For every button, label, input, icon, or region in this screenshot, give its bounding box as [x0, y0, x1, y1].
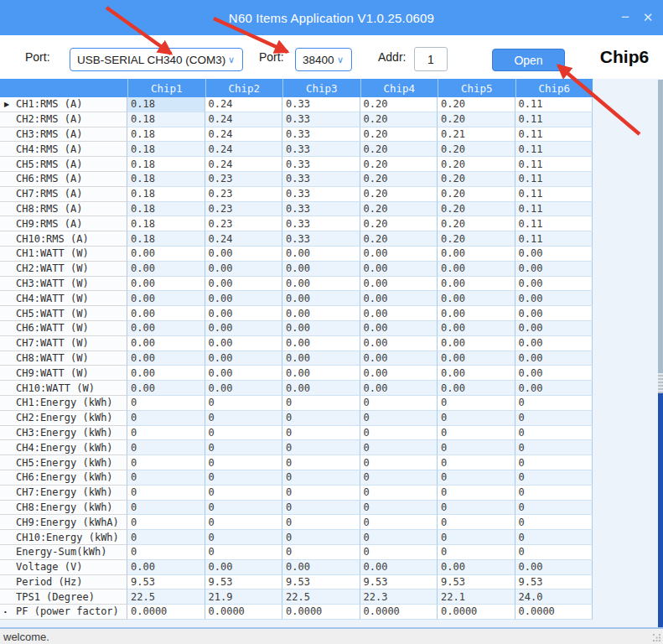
table-cell[interactable]: 0.00 — [515, 351, 593, 366]
table-cell[interactable]: 0.20 — [438, 142, 515, 157]
table-cell[interactable]: 0 — [515, 470, 593, 486]
table-cell[interactable]: 0.00 — [360, 306, 438, 321]
table-cell[interactable]: 0.11 — [515, 157, 593, 172]
table-cell[interactable]: 0.00 — [360, 291, 438, 306]
table-cell[interactable]: 0 — [515, 396, 593, 411]
table-cell[interactable]: 0 — [205, 470, 283, 486]
table-cell[interactable]: 0 — [205, 501, 283, 516]
table-cell[interactable]: 0 — [438, 501, 515, 516]
table-cell[interactable]: 0.0000 — [282, 605, 360, 620]
table-cell[interactable]: 0.00 — [282, 351, 360, 366]
table-cell[interactable]: 0.24 — [205, 157, 283, 172]
table-cell[interactable]: 0 — [360, 530, 438, 545]
table-cell[interactable]: 0 — [205, 545, 283, 560]
table-cell[interactable]: 0.20 — [360, 97, 438, 112]
scrollbar-thumb[interactable] — [658, 373, 663, 393]
table-cell[interactable]: 0.0000 — [205, 605, 283, 620]
table-cell[interactable]: 0.00 — [282, 560, 360, 575]
table-cell[interactable]: 0 — [282, 411, 360, 426]
table-cell[interactable]: 0.00 — [282, 247, 360, 262]
scrollbar-track[interactable] — [658, 80, 663, 373]
table-cell[interactable]: 0.18 — [127, 202, 205, 217]
table-cell[interactable]: 0 — [282, 515, 360, 530]
baud-rate-select[interactable]: 38400 ∨ — [295, 48, 352, 71]
table-cell[interactable]: 0.00 — [282, 277, 360, 292]
table-cell[interactable]: 0 — [127, 486, 205, 501]
serial-port-select[interactable]: USB-SERIAL CH340 (COM3) ∨ — [70, 48, 243, 71]
table-cell[interactable]: 0 — [360, 396, 438, 411]
table-cell[interactable]: 0.00 — [282, 321, 360, 336]
table-cell[interactable]: 0.00 — [205, 336, 283, 351]
table-cell[interactable]: 0 — [205, 426, 283, 441]
table-cell[interactable]: 0 — [360, 501, 438, 516]
table-cell[interactable]: 0.23 — [205, 172, 283, 187]
row-header[interactable]: CH7:RMS (A) — [0, 187, 127, 202]
row-header[interactable]: CH6:WATT (W) — [0, 321, 127, 336]
table-cell[interactable]: 9.53 — [282, 575, 360, 590]
row-header[interactable]: Energy-Sum(kWh) — [0, 545, 127, 560]
table-cell[interactable]: 0 — [127, 455, 205, 470]
table-cell[interactable]: 0.11 — [515, 97, 593, 112]
table-cell[interactable]: 21.9 — [205, 589, 283, 605]
table-cell[interactable]: 0 — [438, 486, 515, 501]
table-cell[interactable]: 0.00 — [438, 247, 515, 262]
table-cell[interactable]: 0.00 — [360, 366, 438, 381]
table-cell[interactable]: 0.00 — [205, 247, 283, 262]
table-cell[interactable]: 0.00 — [438, 560, 515, 575]
table-cell[interactable]: 0 — [205, 455, 283, 470]
table-cell[interactable]: 0.00 — [127, 247, 205, 262]
row-header[interactable]: CH5:Energy (kWh) — [0, 455, 127, 470]
table-cell[interactable]: 0.33 — [282, 216, 360, 231]
table-cell[interactable]: 0.20 — [360, 231, 438, 247]
row-header[interactable]: CH2:Energy (kWh) — [0, 411, 127, 426]
table-cell[interactable]: 0.00 — [515, 560, 593, 575]
table-cell[interactable]: 0.00 — [438, 291, 515, 306]
table-cell[interactable]: 0 — [127, 501, 205, 516]
table-cell[interactable]: 0.00 — [515, 336, 593, 351]
table-cell[interactable]: 0 — [282, 486, 360, 501]
table-cell[interactable]: 0.00 — [127, 351, 205, 366]
table-cell[interactable]: 0 — [205, 515, 283, 530]
table-cell[interactable]: 0.11 — [515, 231, 593, 247]
table-cell[interactable]: 0.00 — [515, 291, 593, 306]
table-cell[interactable]: 9.53 — [515, 575, 593, 590]
table-cell[interactable]: 0 — [438, 426, 515, 441]
table-cell[interactable]: 0.11 — [515, 216, 593, 231]
table-cell[interactable]: 0 — [127, 515, 205, 530]
table-cell[interactable]: 0.11 — [515, 127, 593, 143]
table-cell[interactable]: 0.00 — [282, 262, 360, 277]
table-cell[interactable]: 0.33 — [282, 172, 360, 187]
table-cell[interactable]: 0.20 — [360, 187, 438, 202]
table-cell[interactable]: 0.00 — [438, 366, 515, 381]
table-cell[interactable]: 9.53 — [127, 575, 205, 590]
table-cell[interactable]: 0.33 — [282, 231, 360, 247]
table-cell[interactable]: 0.33 — [282, 157, 360, 172]
table-cell[interactable]: 0.00 — [127, 277, 205, 292]
row-header[interactable]: CH3:RMS (A) — [0, 127, 127, 143]
table-cell[interactable]: 22.5 — [127, 589, 205, 605]
close-button[interactable]: ✕ — [635, 0, 660, 35]
table-cell[interactable]: 0.0000 — [360, 605, 438, 620]
table-cell[interactable]: 0 — [515, 515, 593, 530]
table-cell[interactable]: 0.00 — [127, 560, 205, 575]
table-cell[interactable]: 0.00 — [127, 336, 205, 351]
table-cell[interactable]: 0.20 — [360, 216, 438, 231]
table-cell[interactable]: 0 — [127, 545, 205, 560]
table-cell[interactable]: 0.00 — [282, 381, 360, 396]
table-cell[interactable]: 0 — [438, 515, 515, 530]
table-cell[interactable]: 0 — [438, 545, 515, 560]
minimize-button[interactable]: − — [613, 0, 638, 35]
row-header[interactable]: CH6:RMS (A) — [0, 172, 127, 187]
table-cell[interactable]: 0.21 — [438, 127, 515, 143]
table-cell[interactable]: 0.33 — [282, 112, 360, 127]
table-cell[interactable]: 0.00 — [438, 381, 515, 396]
table-cell[interactable]: 0 — [127, 530, 205, 545]
table-cell[interactable]: 0 — [360, 515, 438, 530]
row-header[interactable]: CH5:RMS (A) — [0, 157, 127, 172]
table-cell[interactable]: 0 — [205, 411, 283, 426]
table-cell[interactable]: 0 — [127, 396, 205, 411]
table-cell[interactable]: 0.00 — [205, 351, 283, 366]
table-cell[interactable]: 0.00 — [438, 306, 515, 321]
table-cell[interactable]: 0 — [282, 440, 360, 455]
table-cell[interactable]: 0 — [515, 486, 593, 501]
